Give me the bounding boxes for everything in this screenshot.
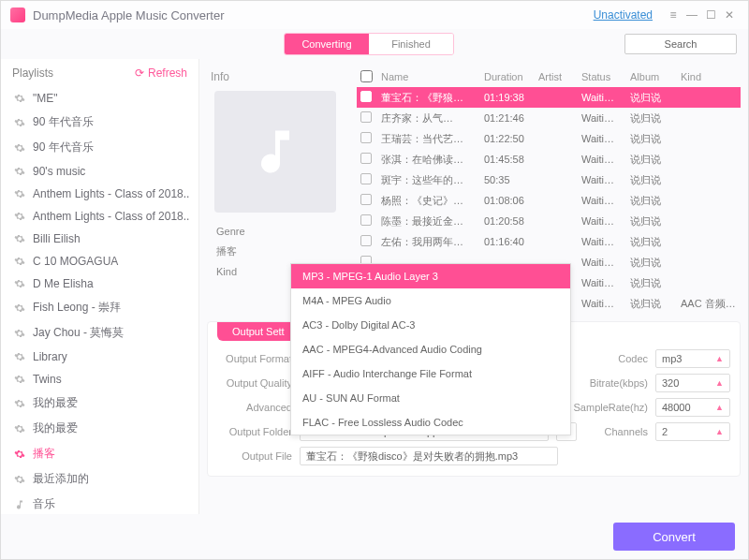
gear-icon	[14, 117, 25, 128]
convert-button[interactable]: Convert	[613, 523, 735, 551]
titlebar: DumpMedia Apple Music Converter Unactiva…	[1, 1, 748, 29]
cell-album: 说归说	[630, 91, 675, 105]
cell-duration: 01:08:06	[484, 195, 533, 206]
bitrate-select[interactable]: 320▲	[655, 374, 730, 392]
gear-icon	[14, 93, 25, 104]
sidebar-item[interactable]: 最近添加的	[1, 466, 198, 492]
cell-status: Waiti…	[581, 257, 624, 268]
table-row[interactable]: 左佑：我用两年…01:16:40Waiti…说归说	[357, 231, 741, 252]
sidebar-item[interactable]: 90 年代音乐	[1, 135, 198, 160]
cell-status: Waiti…	[581, 298, 624, 309]
row-checkbox[interactable]	[360, 132, 372, 143]
cell-kind: AAC 音频…	[681, 297, 737, 311]
cell-name: 庄齐家：从气…	[381, 111, 478, 125]
table-row[interactable]: 庄齐家：从气…01:21:46Waiti…说归说	[357, 108, 741, 128]
output-file-label: Output File	[217, 450, 292, 462]
cell-album: 说归说	[630, 235, 675, 249]
sidebar-item[interactable]: Twins	[1, 368, 198, 391]
sidebar-item[interactable]: 90's music	[1, 160, 198, 183]
col-duration: Duration	[484, 71, 533, 82]
cell-name: 左佑：我用两年…	[381, 235, 478, 249]
row-checkbox[interactable]	[360, 91, 372, 102]
samplerate-select[interactable]: 48000▲	[655, 398, 730, 417]
info-heading: Info	[207, 66, 347, 91]
dropdown-option[interactable]: M4A - MPEG Audio	[291, 288, 570, 313]
dropdown-option[interactable]: AU - SUN AU Format	[291, 386, 570, 410]
table-row[interactable]: 董宝石：《野狼…01:19:38Waiti…说归说	[357, 87, 741, 108]
sidebar-item[interactable]: Jay Chou - 莫悔莫	[1, 320, 198, 346]
sidebar-item-label: Anthem Lights - Class of 2018..	[33, 210, 189, 223]
gear-icon	[14, 142, 25, 154]
sidebar-item[interactable]: 音乐	[1, 492, 198, 514]
sidebar-item[interactable]: Library	[1, 346, 198, 368]
row-checkbox[interactable]	[360, 173, 372, 184]
maximize-icon[interactable]: ☐	[701, 6, 720, 24]
tab-converting[interactable]: Converting	[285, 34, 369, 54]
table-row[interactable]: 王瑞芸：当代艺…01:22:50Waiti…说归说	[357, 128, 741, 149]
cell-duration: 01:20:58	[484, 215, 533, 227]
table-row[interactable]: 陈墨：最接近金…01:20:58Waiti…说归说	[357, 211, 741, 231]
sidebar-item-label: Twins	[33, 373, 62, 386]
sidebar-item[interactable]: C 10 MOGAGUA	[1, 250, 198, 273]
cell-status: Waiti…	[581, 154, 624, 165]
gear-icon	[14, 211, 25, 222]
col-artist: Artist	[538, 71, 576, 82]
dropdown-option[interactable]: MP3 - MPEG-1 Audio Layer 3	[291, 264, 570, 288]
music-note-icon	[247, 124, 303, 180]
refresh-label: Refresh	[148, 66, 187, 80]
cell-duration: 50:35	[484, 174, 533, 185]
tab-finished[interactable]: Finished	[369, 34, 453, 54]
channels-select[interactable]: 2▲	[655, 422, 730, 441]
sidebar-item[interactable]: 我的最爱	[1, 416, 198, 441]
cell-album: 说归说	[630, 173, 675, 187]
sidebar-title: Playlists	[12, 66, 53, 80]
sidebar-item[interactable]: 播客	[1, 441, 198, 466]
sidebar-item-label: Jay Chou - 莫悔莫	[33, 325, 124, 341]
search-button[interactable]: Search	[624, 34, 737, 54]
sidebar-item-label: "ME"	[33, 92, 58, 105]
sidebar-item-label: 90 年代音乐	[33, 114, 94, 130]
sidebar-item[interactable]: Billi Eilish	[1, 228, 198, 250]
col-album: Album	[630, 71, 675, 82]
sidebar-item-label: 音乐	[33, 496, 55, 512]
unactivated-link[interactable]: Unactivated	[594, 8, 653, 22]
select-all-checkbox[interactable]	[360, 70, 373, 82]
row-checkbox[interactable]	[360, 153, 372, 164]
chevron-up-icon: ▲	[715, 378, 724, 388]
gear-icon	[14, 188, 25, 199]
sidebar-item[interactable]: 90 年代音乐	[1, 110, 198, 135]
minimize-icon[interactable]: —	[683, 6, 701, 24]
dropdown-option[interactable]: AIFF - Audio Interchange File Format	[291, 361, 570, 386]
refresh-button[interactable]: ⟳ Refresh	[135, 66, 187, 80]
album-art	[214, 91, 336, 213]
cell-duration: 01:21:46	[484, 112, 533, 124]
gear-icon	[14, 278, 25, 289]
chevron-up-icon: ▲	[715, 427, 724, 436]
col-name: Name	[381, 71, 478, 82]
row-checkbox[interactable]	[360, 235, 372, 246]
dropdown-option[interactable]: AC3 - Dolby Digital AC-3	[291, 313, 570, 337]
row-checkbox[interactable]	[360, 194, 372, 205]
row-checkbox[interactable]	[360, 111, 372, 123]
sidebar-item-label: 90's music	[33, 165, 85, 178]
row-checkbox[interactable]	[360, 214, 372, 226]
sidebar-item[interactable]: D Me Elisha	[1, 273, 198, 295]
sidebar-item[interactable]: "ME"	[1, 87, 198, 110]
output-file-field[interactable]: 董宝石：《野狼disco》是对失败者的拥抱.mp3	[300, 447, 558, 465]
table-row[interactable]: 斑宇：这些年的…50:35Waiti…说归说	[357, 169, 741, 190]
close-icon[interactable]: ✕	[720, 6, 739, 24]
sidebar-item[interactable]: Anthem Lights - Class of 2018..	[1, 205, 198, 228]
sidebar-item[interactable]: 我的最爱	[1, 391, 198, 416]
output-settings-title: Output Sett	[217, 322, 300, 341]
dropdown-option[interactable]: AAC - MPEG4-Advanced Audio Coding	[291, 337, 570, 361]
table-row[interactable]: 张淇：在哈佛读…01:45:58Waiti…说归说	[357, 149, 741, 169]
table-row[interactable]: 杨照：《史记》…01:08:06Waiti…说归说	[357, 190, 741, 211]
cell-name: 陈墨：最接近金…	[381, 214, 478, 228]
codec-select[interactable]: mp3▲	[655, 349, 730, 368]
menu-icon[interactable]: ≡	[664, 6, 683, 24]
dropdown-option[interactable]: FLAC - Free Lossless Audio Codec	[291, 410, 570, 435]
sidebar-item[interactable]: Fish Leong - 崇拜	[1, 295, 198, 320]
channels-label: Channels	[584, 426, 648, 437]
tabset: Converting Finished	[284, 33, 454, 55]
sidebar-item[interactable]: Anthem Lights - Class of 2018..	[1, 183, 198, 205]
